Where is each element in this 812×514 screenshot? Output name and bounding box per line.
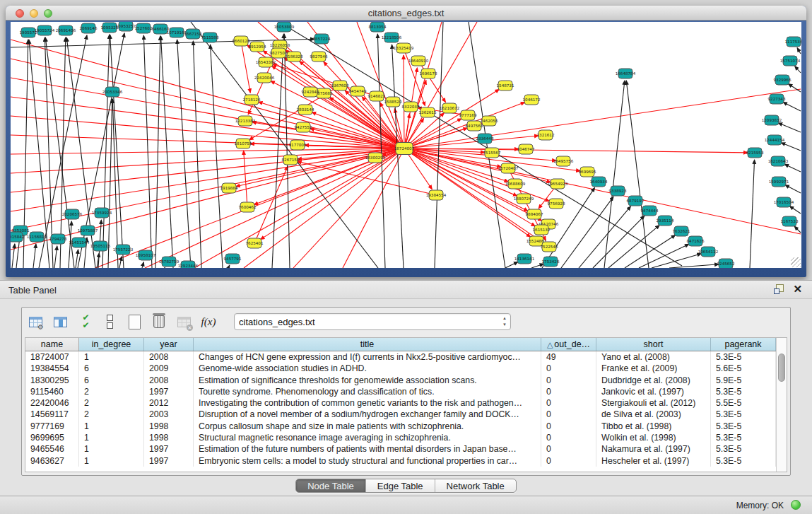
- graph-node[interactable]: 1640934: [590, 177, 608, 187]
- float-panel-icon[interactable]: [774, 284, 783, 293]
- graph-node[interactable]: 19654923: [548, 179, 568, 189]
- graph-node[interactable]: 7857224: [313, 34, 331, 44]
- graph-node[interactable]: 8813054: [369, 22, 387, 32]
- citation-edge-black[interactable]: [54, 246, 57, 268]
- graph-node[interactable]: 9756928: [548, 199, 565, 209]
- citation-edge-black[interactable]: [789, 206, 801, 214]
- graph-node[interactable]: 18640910: [408, 56, 429, 66]
- graph-node[interactable]: 8660128: [233, 36, 250, 46]
- graph-node[interactable]: 9227343: [768, 94, 786, 104]
- graph-node[interactable]: 1919884: [220, 183, 238, 193]
- citation-edge-red[interactable]: [11, 148, 404, 211]
- graph-node[interactable]: 14136141: [514, 254, 535, 264]
- citation-edge-black[interactable]: [505, 262, 518, 268]
- graph-node[interactable]: 20691406: [56, 25, 76, 35]
- citation-edge-black[interactable]: [784, 164, 801, 172]
- citation-edge-black[interactable]: [794, 226, 801, 233]
- graph-node[interactable]: 11156819: [27, 232, 47, 242]
- select-columns-button[interactable]: ✔✔: [76, 313, 94, 331]
- graph-node[interactable]: 1667158: [184, 29, 202, 39]
- table-select-dropdown[interactable]: citations_edges.txt ▲▼: [234, 313, 511, 330]
- citation-edge-black[interactable]: [797, 48, 801, 54]
- delete-column-button[interactable]: [150, 313, 168, 331]
- graph-node[interactable]: 9427552: [295, 122, 312, 132]
- resize-grip[interactable]: [791, 257, 801, 267]
- graph-node[interactable]: 1696178: [420, 69, 437, 78]
- graph-node[interactable]: 9329966: [774, 75, 792, 85]
- graph-node[interactable]: 9777169: [459, 110, 477, 120]
- graph-node[interactable]: 18495756: [553, 156, 574, 166]
- citation-edge-red[interactable]: [404, 22, 442, 148]
- table-row[interactable]: 1872400712008Changes of HCN gene express…: [25, 351, 776, 363]
- graph-node[interactable]: 18724007: [394, 143, 415, 155]
- graph-node[interactable]: 16648784: [616, 69, 636, 78]
- graph-node[interactable]: 19384554: [426, 190, 447, 200]
- graph-node[interactable]: 9245652: [717, 259, 735, 268]
- graph-node[interactable]: 10975887: [78, 226, 98, 235]
- graph-node[interactable]: 1753426: [542, 257, 560, 267]
- tab-node-table[interactable]: Node Table: [296, 479, 366, 492]
- table-mode-button[interactable]: ⚙: [26, 313, 45, 331]
- citation-edge-black[interactable]: [272, 34, 284, 268]
- graph-node[interactable]: 7600462: [239, 202, 257, 212]
- close-panel-icon[interactable]: ✕: [793, 284, 802, 293]
- citation-edge-black[interactable]: [228, 265, 230, 268]
- column-header-title[interactable]: title: [194, 338, 541, 351]
- vertical-scrollbar[interactable]: [776, 338, 787, 472]
- graph-node[interactable]: 1527602: [135, 23, 153, 33]
- citation-edge-red[interactable]: [298, 161, 436, 195]
- citation-network-graph[interactable]: 1905572190557242069140620691461095325109…: [11, 22, 801, 268]
- graph-node[interactable]: 1046172: [523, 95, 541, 105]
- citation-edge-red[interactable]: [11, 97, 404, 148]
- graph-node[interactable]: 12218506: [382, 33, 402, 42]
- graph-node[interactable]: 20206576: [62, 209, 83, 219]
- citation-edge-black[interactable]: [669, 264, 719, 268]
- graph-node[interactable]: 10953257: [116, 22, 136, 31]
- graph-node[interactable]: 10654112: [698, 247, 718, 257]
- citation-edge-red[interactable]: [404, 148, 801, 234]
- tab-edge-table[interactable]: Edge Table: [366, 479, 435, 492]
- column-header-name[interactable]: name: [25, 338, 79, 351]
- graph-node[interactable]: 2803144: [297, 105, 314, 115]
- citation-edge-red[interactable]: [145, 148, 404, 268]
- graph-node[interactable]: 12093832: [762, 115, 782, 125]
- graph-node[interactable]: 20053346: [102, 87, 123, 97]
- graph-node[interactable]: 9177005: [289, 140, 307, 150]
- graph-node[interactable]: 9146821: [368, 91, 386, 101]
- graph-node[interactable]: 19055724: [35, 25, 55, 35]
- citation-edge-black[interactable]: [785, 185, 801, 193]
- graph-node[interactable]: 16782759: [159, 257, 180, 267]
- citation-edge-black[interactable]: [531, 264, 544, 268]
- citation-edge-black[interactable]: [604, 81, 625, 268]
- window-titlebar[interactable]: citations_edges.txt: [6, 6, 806, 21]
- graph-node[interactable]: 16210672: [440, 103, 459, 113]
- graph-node[interactable]: 7515567: [483, 148, 501, 158]
- column-header-pagerank[interactable]: pagerank: [711, 338, 776, 351]
- citation-edge-black[interactable]: [781, 143, 801, 151]
- scrollbar-thumb[interactable]: [778, 354, 785, 382]
- table-row[interactable]: 911546021997Tourette syndrome. Phenomeno…: [25, 386, 776, 397]
- table-row[interactable]: 1938455462009Genome-wide association stu…: [25, 363, 776, 374]
- graph-node[interactable]: 2367608: [331, 81, 349, 90]
- graph-node[interactable]: 9699695: [579, 167, 596, 177]
- citation-edge-black[interactable]: [102, 35, 110, 268]
- citation-edge-red[interactable]: [11, 148, 404, 154]
- citation-edge-black[interactable]: [33, 244, 36, 268]
- graph-node[interactable]: 10958107: [136, 250, 156, 260]
- graph-node[interactable]: 15751074: [780, 56, 801, 66]
- graph-node[interactable]: 17016504: [774, 197, 794, 207]
- citation-edge-red[interactable]: [244, 151, 247, 207]
- graph-node[interactable]: 9474444: [641, 206, 659, 216]
- graph-node[interactable]: 12923446: [178, 261, 199, 268]
- table-row[interactable]: 1830029562008Estimation of significance …: [25, 375, 776, 386]
- citation-edge-black[interactable]: [778, 123, 801, 132]
- citation-edge-black[interactable]: [12, 244, 15, 268]
- graph-node[interactable]: 8267150: [282, 155, 300, 165]
- graph-node[interactable]: 1362615: [419, 107, 437, 117]
- citation-edge-black[interactable]: [143, 35, 152, 268]
- citation-edge-black[interactable]: [191, 22, 378, 268]
- graph-node[interactable]: 9915842: [11, 232, 24, 242]
- graph-node[interactable]: 18807249: [514, 194, 534, 204]
- citation-edge-black[interactable]: [193, 41, 201, 268]
- new-column-button[interactable]: [125, 313, 143, 331]
